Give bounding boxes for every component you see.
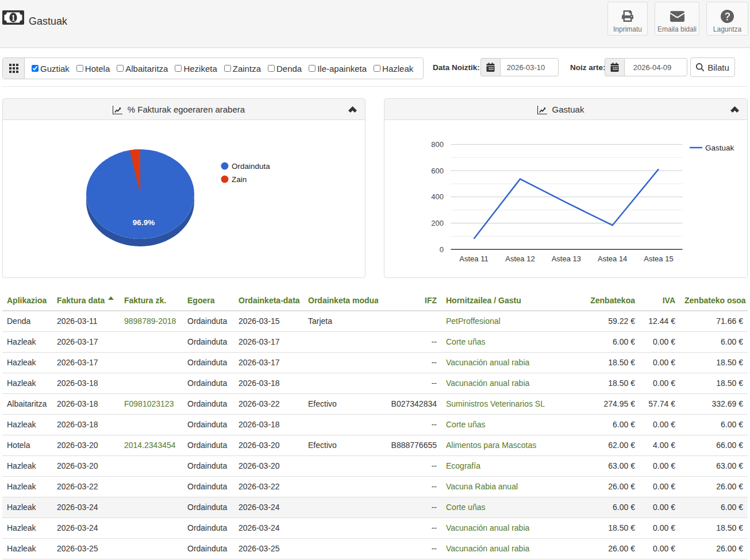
svg-text:Astea 12: Astea 12: [505, 254, 534, 263]
svg-text:Astea 14: Astea 14: [598, 254, 627, 263]
svg-text:0: 0: [440, 245, 444, 254]
svg-text:Gastuak: Gastuak: [705, 144, 734, 152]
svg-text:Zain: Zain: [232, 175, 247, 184]
svg-text:Astea 15: Astea 15: [644, 254, 673, 263]
svg-text:1: 1: [11, 14, 16, 22]
svg-text:96.9%: 96.9%: [133, 218, 155, 227]
svg-text:600: 600: [431, 167, 444, 175]
svg-text:800: 800: [431, 140, 444, 149]
svg-text:400: 400: [431, 192, 444, 201]
svg-text:Astea 13: Astea 13: [552, 254, 581, 263]
svg-text:Astea 11: Astea 11: [459, 254, 488, 263]
svg-text:Ordainduta: Ordainduta: [232, 162, 270, 171]
svg-text:200: 200: [431, 219, 444, 227]
